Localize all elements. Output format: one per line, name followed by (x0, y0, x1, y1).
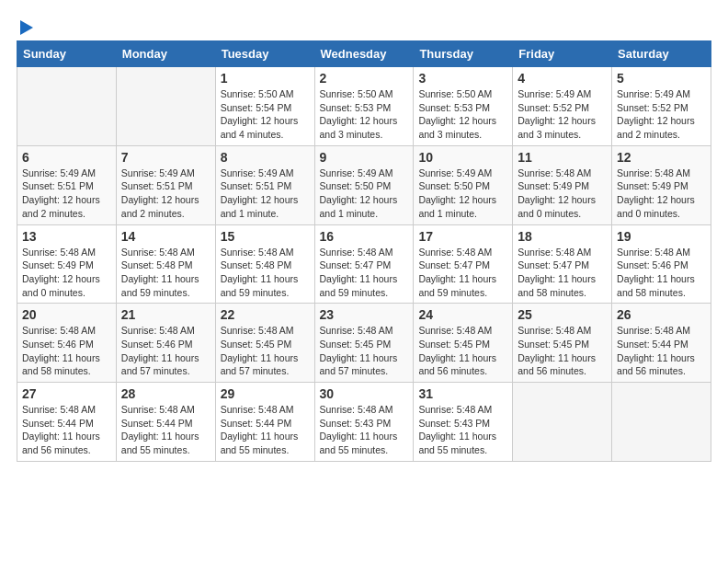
day-cell-31: 31Sunrise: 5:48 AM Sunset: 5:43 PM Dayli… (414, 383, 513, 462)
day-number: 23 (320, 307, 409, 322)
empty-cell (612, 383, 711, 462)
day-cell-7: 7Sunrise: 5:49 AM Sunset: 5:51 PM Daylig… (116, 145, 215, 224)
day-cell-30: 30Sunrise: 5:48 AM Sunset: 5:43 PM Dayli… (314, 383, 414, 462)
day-number: 5 (617, 71, 706, 86)
day-info: Sunrise: 5:50 AM Sunset: 5:54 PM Dayligh… (221, 87, 310, 142)
week-row-5: 27Sunrise: 5:48 AM Sunset: 5:44 PM Dayli… (17, 383, 711, 462)
day-info: Sunrise: 5:48 AM Sunset: 5:44 PM Dayligh… (617, 324, 706, 378)
day-number: 30 (320, 386, 409, 401)
day-number: 1 (221, 71, 310, 86)
day-info: Sunrise: 5:48 AM Sunset: 5:45 PM Dayligh… (320, 324, 409, 378)
day-cell-8: 8Sunrise: 5:49 AM Sunset: 5:51 PM Daylig… (215, 145, 314, 224)
day-info: Sunrise: 5:48 AM Sunset: 5:44 PM Dayligh… (22, 403, 111, 457)
day-cell-9: 9Sunrise: 5:49 AM Sunset: 5:50 PM Daylig… (314, 145, 414, 224)
day-cell-1: 1Sunrise: 5:50 AM Sunset: 5:54 PM Daylig… (215, 67, 314, 146)
day-number: 10 (418, 150, 507, 165)
day-number: 24 (418, 307, 507, 322)
day-info: Sunrise: 5:48 AM Sunset: 5:45 PM Dayligh… (221, 324, 310, 378)
logo-arrow-icon (20, 20, 33, 35)
day-number: 26 (617, 307, 706, 322)
day-info: Sunrise: 5:49 AM Sunset: 5:51 PM Dayligh… (22, 167, 111, 221)
day-info: Sunrise: 5:48 AM Sunset: 5:46 PM Dayligh… (22, 324, 111, 378)
day-info: Sunrise: 5:48 AM Sunset: 5:46 PM Dayligh… (617, 246, 706, 300)
weekday-header-row: SundayMondayTuesdayWednesdayThursdayFrid… (17, 41, 711, 67)
day-number: 13 (22, 229, 111, 244)
day-number: 21 (121, 307, 210, 322)
page: SundayMondayTuesdayWednesdayThursdayFrid… (0, 0, 728, 563)
day-info: Sunrise: 5:50 AM Sunset: 5:53 PM Dayligh… (320, 87, 409, 142)
empty-cell (116, 67, 215, 146)
day-info: Sunrise: 5:48 AM Sunset: 5:44 PM Dayligh… (221, 403, 310, 457)
day-cell-21: 21Sunrise: 5:48 AM Sunset: 5:46 PM Dayli… (116, 304, 215, 383)
day-cell-26: 26Sunrise: 5:48 AM Sunset: 5:44 PM Dayli… (612, 304, 711, 383)
day-info: Sunrise: 5:49 AM Sunset: 5:51 PM Dayligh… (221, 167, 310, 221)
day-number: 4 (518, 71, 607, 86)
empty-cell (513, 383, 612, 462)
day-number: 28 (121, 386, 210, 401)
logo-text (17, 17, 33, 35)
day-cell-10: 10Sunrise: 5:49 AM Sunset: 5:50 PM Dayli… (414, 145, 513, 224)
day-number: 17 (418, 229, 507, 244)
week-row-2: 6Sunrise: 5:49 AM Sunset: 5:51 PM Daylig… (17, 145, 711, 224)
day-number: 12 (617, 150, 706, 165)
day-number: 11 (518, 150, 607, 165)
day-cell-23: 23Sunrise: 5:48 AM Sunset: 5:45 PM Dayli… (314, 304, 414, 383)
day-number: 6 (22, 150, 111, 165)
weekday-header-saturday: Saturday (612, 41, 711, 67)
day-cell-16: 16Sunrise: 5:48 AM Sunset: 5:47 PM Dayli… (314, 224, 414, 304)
day-cell-2: 2Sunrise: 5:50 AM Sunset: 5:53 PM Daylig… (314, 67, 414, 146)
day-cell-29: 29Sunrise: 5:48 AM Sunset: 5:44 PM Dayli… (215, 383, 314, 462)
empty-cell (17, 67, 117, 146)
day-info: Sunrise: 5:48 AM Sunset: 5:47 PM Dayligh… (320, 246, 409, 300)
day-cell-3: 3Sunrise: 5:50 AM Sunset: 5:53 PM Daylig… (414, 67, 513, 146)
day-number: 15 (221, 229, 310, 244)
week-row-3: 13Sunrise: 5:48 AM Sunset: 5:49 PM Dayli… (17, 224, 711, 304)
day-info: Sunrise: 5:49 AM Sunset: 5:50 PM Dayligh… (418, 167, 507, 221)
day-cell-25: 25Sunrise: 5:48 AM Sunset: 5:45 PM Dayli… (513, 304, 612, 383)
weekday-header-thursday: Thursday (414, 41, 513, 67)
day-info: Sunrise: 5:48 AM Sunset: 5:45 PM Dayligh… (518, 324, 607, 378)
day-info: Sunrise: 5:48 AM Sunset: 5:47 PM Dayligh… (418, 246, 507, 300)
day-number: 22 (221, 307, 310, 322)
day-cell-22: 22Sunrise: 5:48 AM Sunset: 5:45 PM Dayli… (215, 304, 314, 383)
day-cell-11: 11Sunrise: 5:48 AM Sunset: 5:49 PM Dayli… (513, 145, 612, 224)
day-cell-19: 19Sunrise: 5:48 AM Sunset: 5:46 PM Dayli… (612, 224, 711, 304)
calendar-table: SundayMondayTuesdayWednesdayThursdayFrid… (17, 40, 711, 462)
day-cell-6: 6Sunrise: 5:49 AM Sunset: 5:51 PM Daylig… (17, 145, 117, 224)
header (17, 17, 711, 31)
day-info: Sunrise: 5:48 AM Sunset: 5:43 PM Dayligh… (320, 403, 409, 457)
day-info: Sunrise: 5:49 AM Sunset: 5:52 PM Dayligh… (518, 87, 607, 142)
day-number: 27 (22, 386, 111, 401)
day-number: 25 (518, 307, 607, 322)
day-number: 2 (320, 71, 409, 86)
day-cell-27: 27Sunrise: 5:48 AM Sunset: 5:44 PM Dayli… (17, 383, 117, 462)
logo (17, 17, 33, 31)
day-info: Sunrise: 5:48 AM Sunset: 5:48 PM Dayligh… (221, 246, 310, 300)
day-info: Sunrise: 5:48 AM Sunset: 5:49 PM Dayligh… (518, 167, 607, 221)
day-info: Sunrise: 5:49 AM Sunset: 5:52 PM Dayligh… (617, 87, 706, 142)
day-cell-28: 28Sunrise: 5:48 AM Sunset: 5:44 PM Dayli… (116, 383, 215, 462)
weekday-header-wednesday: Wednesday (314, 41, 414, 67)
weekday-header-sunday: Sunday (17, 41, 117, 67)
day-cell-4: 4Sunrise: 5:49 AM Sunset: 5:52 PM Daylig… (513, 67, 612, 146)
day-info: Sunrise: 5:48 AM Sunset: 5:45 PM Dayligh… (418, 324, 507, 378)
day-info: Sunrise: 5:50 AM Sunset: 5:53 PM Dayligh… (418, 87, 507, 142)
day-number: 16 (320, 229, 409, 244)
day-number: 3 (418, 71, 507, 86)
day-info: Sunrise: 5:48 AM Sunset: 5:46 PM Dayligh… (121, 324, 210, 378)
day-info: Sunrise: 5:49 AM Sunset: 5:51 PM Dayligh… (121, 167, 210, 221)
day-cell-13: 13Sunrise: 5:48 AM Sunset: 5:49 PM Dayli… (17, 224, 117, 304)
day-number: 7 (121, 150, 210, 165)
day-cell-15: 15Sunrise: 5:48 AM Sunset: 5:48 PM Dayli… (215, 224, 314, 304)
day-cell-24: 24Sunrise: 5:48 AM Sunset: 5:45 PM Dayli… (414, 304, 513, 383)
day-cell-18: 18Sunrise: 5:48 AM Sunset: 5:47 PM Dayli… (513, 224, 612, 304)
day-info: Sunrise: 5:48 AM Sunset: 5:48 PM Dayligh… (121, 246, 210, 300)
day-number: 9 (320, 150, 409, 165)
day-cell-14: 14Sunrise: 5:48 AM Sunset: 5:48 PM Dayli… (116, 224, 215, 304)
day-cell-5: 5Sunrise: 5:49 AM Sunset: 5:52 PM Daylig… (612, 67, 711, 146)
week-row-1: 1Sunrise: 5:50 AM Sunset: 5:54 PM Daylig… (17, 67, 711, 146)
day-info: Sunrise: 5:49 AM Sunset: 5:50 PM Dayligh… (320, 167, 409, 221)
day-number: 31 (418, 386, 507, 401)
week-row-4: 20Sunrise: 5:48 AM Sunset: 5:46 PM Dayli… (17, 304, 711, 383)
day-number: 20 (22, 307, 111, 322)
